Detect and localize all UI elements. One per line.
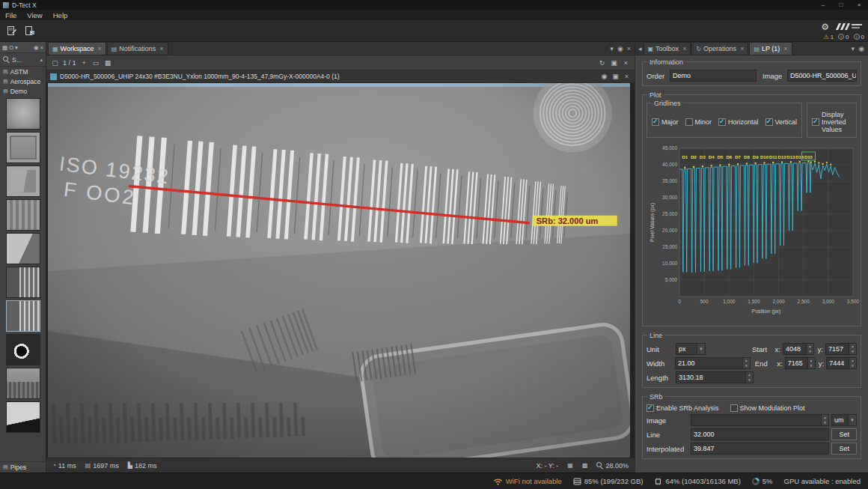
unit-select[interactable]: px▾ [676,343,706,355]
checkbox-display-inverted[interactable]: Display Inverted Values [812,111,852,133]
thumbnail-item[interactable] [6,98,40,130]
thumbnail-item[interactable] [6,132,40,163]
chevron-down-icon[interactable]: ▾ [610,45,614,52]
tree-item-aerospace[interactable]: ▤Aerospace [0,76,46,86]
panel-grid-icon[interactable]: ▦ [2,44,7,51]
fullscreen-icon[interactable]: ▣ [610,59,618,67]
srb-line-field[interactable]: 32.000 [691,428,829,440]
menu-view[interactable]: View [22,11,47,19]
spinner-arrows[interactable]: ▴▾ [745,372,753,383]
tree-item-pipes[interactable]: ▤Pipes [0,461,46,473]
start-x-input[interactable]: 4048▴▾ [783,343,814,355]
info-badge[interactable]: i0 [838,34,849,40]
cpu-status[interactable]: 5% [752,477,773,485]
end-y-input[interactable]: 7444▴▾ [826,357,857,369]
message-badge[interactable]: i0 [854,34,864,40]
minimize-button[interactable]: – [814,0,832,10]
length-input[interactable]: 3130.18▴▾ [676,371,754,383]
pin-icon[interactable]: ◉ [34,44,39,51]
close-icon[interactable]: × [622,59,630,67]
chevron-down-icon[interactable]: ▾ [852,45,855,52]
spinner-arrows[interactable]: ▴▾ [742,358,750,368]
settings-gear-icon[interactable]: ⚙ [821,22,829,31]
tab-close-icon[interactable]: × [97,45,101,52]
spinner-arrows[interactable]: ▴▾ [806,344,813,354]
thumbnail-item[interactable] [6,233,40,264]
panel-close-icon[interactable]: × [40,44,43,51]
srb-interpolated-set-button[interactable]: Set [831,443,857,455]
checkbox-minor[interactable]: Minor [685,118,712,126]
srb-unit-select[interactable]: um▾ [831,414,857,426]
thumbnail-item[interactable] [6,334,40,365]
grid-layout-icon[interactable]: ▦ [104,59,112,67]
width-input[interactable]: 21.00▴▾ [675,357,751,369]
search-input[interactable]: S... [12,56,22,64]
warning-badge[interactable]: ⚠1 [823,34,834,40]
checkbox-enable-srb[interactable]: Enable SRb Analysis [647,404,719,412]
spinner-arrows[interactable]: ▴▾ [849,358,856,368]
srb-interpolated-label: Interpolated [647,445,688,453]
tab-lp[interactable]: ▤LP (1)× [749,42,792,55]
image-field[interactable]: D5000-HR_500006_UHIP 24x30 #B [787,70,857,82]
zoom-control[interactable]: 28.00% [596,462,629,470]
chevron-down-icon[interactable]: ▾ [15,44,18,51]
tab-close-icon[interactable]: × [682,45,686,52]
tab-scroll-left-icon[interactable]: ◂ [637,45,644,52]
thumbnail-item[interactable] [6,267,40,298]
spinner-arrows[interactable]: ▴▾ [821,415,828,425]
image-export-icon[interactable] [22,22,38,39]
thumbnail-item[interactable] [6,199,40,231]
close-button[interactable]: × [850,0,868,10]
tab-notifications[interactable]: ▤ Notifications × [107,42,168,55]
wifi-status[interactable]: WiFi not available [493,477,562,485]
search-bar[interactable]: S... ▴ [0,53,46,67]
grid-alt-icon[interactable]: ▩ [582,462,588,469]
close-icon[interactable]: × [623,73,631,80]
svg-text:Pixel Values (px): Pixel Values (px) [650,203,655,242]
memory-status[interactable]: 64% (10403/16136 MB) [654,477,740,485]
close-icon[interactable]: × [627,45,631,52]
checkbox-show-modulation[interactable]: Show Modulation Plot [730,404,805,412]
menu-help[interactable]: Help [48,11,73,19]
spinner-arrows[interactable]: ▴▾ [807,358,815,368]
srb-interpolated-field[interactable]: 39.847 [691,443,829,455]
tab-workspace[interactable]: ▦ Workspace × [48,42,106,55]
xray-image[interactable]: ISO 19232 F OO2 SRb: 32.000 um [48,83,630,458]
viewer-tab-title[interactable]: D5000-HR_500006_UHIP 24x30 #B3E3NU_Yxlon… [60,73,597,80]
pin-icon[interactable]: ◉ [617,45,623,52]
checkbox-vertical[interactable]: Vertical [765,118,798,126]
expand-icon[interactable]: ▴ [40,57,43,63]
order-field[interactable]: Demo [670,70,757,82]
checkbox-major[interactable]: Major [652,118,679,126]
tree-item-demo[interactable]: ▤Demo [0,86,46,96]
tab-operations[interactable]: ↻Operations× [691,42,748,55]
report-edit-icon[interactable] [4,22,20,39]
menu-file[interactable]: File [0,11,22,19]
refresh-icon[interactable]: ↻ [598,59,606,67]
tab-close-icon[interactable]: × [740,45,744,52]
image-viewport[interactable]: ISO 19232 F OO2 SRb: 32.000 um [46,83,635,458]
thumbnail-item-selected[interactable] [6,300,40,332]
tree-item-astm[interactable]: ▤ASTM [0,67,46,76]
disk-status[interactable]: 85% (199/232 GB) [573,477,644,485]
srb-image-select[interactable]: ▴▾ [691,414,829,426]
thumbnail-item[interactable] [6,368,40,399]
thumbnail-item[interactable] [6,401,40,433]
pin-icon[interactable]: ◉ [600,73,608,80]
grid-icon[interactable]: ▦ [567,462,573,469]
tab-close-icon[interactable]: × [783,45,787,52]
start-y-input[interactable]: 7157▴▾ [825,343,857,355]
layout-icon[interactable]: ▢ [51,59,59,67]
end-x-input[interactable]: 7165▴▾ [785,357,816,369]
srb-line-set-button[interactable]: Set [831,428,857,440]
select-rect-icon[interactable]: ▭ [92,59,100,67]
thumbnail-item[interactable] [6,165,40,197]
maximize-button[interactable]: □ [832,0,850,10]
pin-icon[interactable]: ◉ [858,45,864,52]
tab-toolbox[interactable]: ▣Toolbox× [644,42,691,55]
fullscreen-icon[interactable]: ▣ [611,73,620,80]
checkbox-horizontal[interactable]: Horizontal [718,118,759,126]
tab-close-icon[interactable]: × [159,45,163,52]
add-view-button[interactable]: + [80,59,88,67]
spinner-arrows[interactable]: ▴▾ [849,344,856,354]
